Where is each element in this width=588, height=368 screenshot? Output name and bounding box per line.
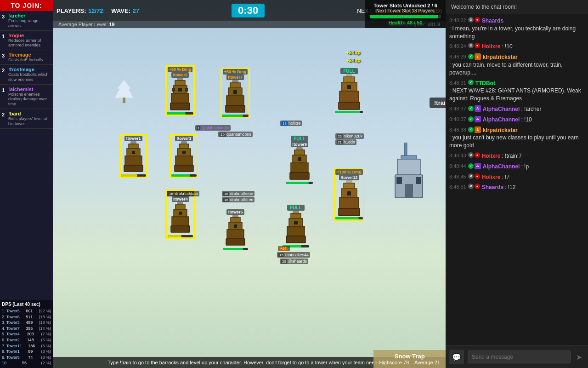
- tower-block-full-2: FULL !tower9: [286, 136, 313, 184]
- tower-block-full-1: FULL: [335, 68, 363, 113]
- class-desc: Fires long-range arrows: [8, 18, 51, 29]
- class-num: 1: [2, 34, 7, 39]
- snow-trap-scores: Highscore 78 Average 21: [379, 360, 440, 365]
- status-icon: ⊘: [468, 152, 474, 158]
- svg-rect-19: [347, 85, 351, 89]
- chat-username: Holixre: [482, 152, 501, 160]
- svg-rect-49: [234, 224, 237, 228]
- badge-icon: ●: [475, 184, 480, 189]
- class-item-alchemist: 1 !alchemist Poisons enemies dealing dam…: [0, 85, 53, 109]
- left-panel: TO JOIN: 3 !archer Fires long-range arro…: [0, 0, 53, 368]
- tower-block-5: !tower5: [223, 209, 248, 250]
- chat-text: : you can train, move to a different tow…: [449, 61, 584, 77]
- hud-timer: 0:30: [232, 4, 265, 17]
- svg-rect-29: [175, 156, 192, 166]
- tower-health-bar-fill: [370, 15, 438, 18]
- class-item-rogue: 1 !rogue Reduces armor of armored enemie…: [0, 31, 53, 51]
- chat-username: klrpatrickstar: [483, 53, 518, 61]
- chat-input[interactable]: [468, 351, 571, 363]
- tower-svg: [168, 202, 193, 235]
- svg-rect-47: [227, 230, 244, 239]
- svg-rect-43: [179, 212, 182, 215]
- tower-block-12: +100 % Dmg !tower12: [335, 169, 363, 219]
- chat-text: : !train!7: [502, 152, 521, 160]
- class-desc: Reduces armor of armored enemies: [8, 38, 51, 48]
- tower-health-bar: [370, 15, 441, 18]
- player-badge-holixre: 13 holixre: [280, 121, 302, 126]
- class-desc: Casts frostbolts which slow enemies: [8, 72, 51, 82]
- chat-message: 8:48:37 ✓ A AlphaChannel : !archer: [449, 105, 584, 113]
- svg-rect-62: [404, 143, 407, 156]
- tower-block-7: +50 % Dmg !tower7: [222, 69, 249, 117]
- svg-rect-15: [344, 77, 355, 83]
- tower-health: Health: 48 / 50: [370, 20, 441, 25]
- chat-text: : !10: [521, 116, 531, 124]
- class-num: 2: [2, 112, 7, 117]
- train-label: !train: [430, 98, 446, 108]
- chat-username: TTDBot: [475, 80, 495, 87]
- class-item-bard: 2 !bard Buffs players' level at his towe…: [0, 109, 53, 129]
- svg-rect-48: [226, 239, 245, 245]
- tower-svg: [171, 141, 197, 174]
- svg-rect-42: [171, 226, 190, 232]
- svg-rect-1: [175, 80, 185, 86]
- chat-text: : !10: [502, 43, 512, 51]
- class-desc: Buffs players' level at his tower: [8, 116, 51, 126]
- dps-row: 8. Tower1 89 (3 %): [2, 349, 51, 355]
- chat-text: : you just can't buy new classes to play…: [449, 134, 584, 150]
- send-icon[interactable]: ➤: [573, 351, 584, 362]
- chat-username: AlphaChannel: [483, 105, 520, 113]
- chat-username: AlphaChannel: [483, 116, 520, 124]
- chat-panel: Welcome to the chat room! 8:48:22 ⊘ ● Sh…: [446, 0, 588, 368]
- class-name: !frostmage: [8, 67, 51, 72]
- status-icon: ⊘: [468, 173, 474, 179]
- svg-rect-12: [226, 105, 245, 112]
- svg-rect-13: [233, 90, 237, 94]
- dps-row: 4. Tower7 395 (14 %): [2, 326, 51, 332]
- svg-rect-54: [286, 236, 305, 243]
- badge-icon: ●: [475, 17, 480, 23]
- chat-username: Shaards: [482, 17, 503, 25]
- player-badge-quantumcons: 15 quantumcons: [218, 132, 253, 137]
- chat-message: 8:48:38 ✓ 1 klrpatrickstar : you just ca…: [449, 126, 584, 150]
- class-item-frostmage: 2 !frostmage Casts frostbolts which slow…: [0, 65, 53, 85]
- svg-rect-70: [123, 98, 125, 103]
- class-desc: Poisons enemies dealing damage over time: [8, 92, 51, 107]
- chat-bubble-icon: 💬: [449, 350, 464, 364]
- chat-message: 8:48:51 ⊘ ● Shaards : !12: [449, 184, 584, 191]
- player-badge-shaards: 29 @shaards: [280, 259, 308, 264]
- badge-icon: 1: [475, 126, 481, 133]
- svg-rect-3: [171, 93, 189, 104]
- chat-username: Holixre: [482, 173, 501, 181]
- snow-trap-box: Snow Trap Highscore 78 Average 21: [373, 350, 446, 368]
- snow-trap-title: Snow Trap: [379, 353, 440, 360]
- tower-svg: [121, 141, 146, 174]
- svg-rect-24: [124, 165, 143, 172]
- verified-icon: ✓: [468, 116, 474, 122]
- svg-rect-5: [172, 88, 175, 92]
- chat-message: 8:48:43 ⊘ ● Holixre : !train!7: [449, 152, 584, 160]
- tower-slots-box: Tower Slots Unlocked 2 / 6 Next Tower Sl…: [365, 0, 446, 28]
- verified-icon: ✓: [468, 163, 474, 169]
- chat-username: klrpatrickstar: [483, 126, 518, 134]
- svg-rect-41: [172, 217, 189, 226]
- chat-text: : !12: [505, 184, 515, 191]
- class-item-archer: 3 !archer Fires long-range arrows: [0, 11, 53, 31]
- class-num: 1: [2, 87, 7, 93]
- svg-rect-11: [226, 96, 244, 106]
- tower-slots-next: Next Tower Slot 18 Players: [370, 8, 441, 13]
- svg-rect-68: [405, 184, 413, 198]
- tower-slots-title: Tower Slots Unlocked 2 / 6: [370, 3, 441, 8]
- svg-rect-37: [298, 157, 301, 161]
- chat-username: AlphaChannel: [483, 163, 520, 171]
- svg-rect-18: [339, 102, 360, 109]
- chat-message: 8:48:29 ✓ 1 klrpatrickstar : you can tra…: [449, 53, 584, 76]
- svg-rect-33: [294, 150, 305, 155]
- tower-block-3: !tower3: [171, 136, 197, 177]
- chat-text: : !p: [521, 163, 529, 171]
- player-badge-alphachannel: 1 @alphachanne: [195, 125, 231, 131]
- svg-rect-53: [287, 226, 305, 236]
- tower-svg: [335, 180, 363, 217]
- svg-rect-67: [416, 177, 421, 184]
- verified-icon: ✓: [468, 127, 474, 132]
